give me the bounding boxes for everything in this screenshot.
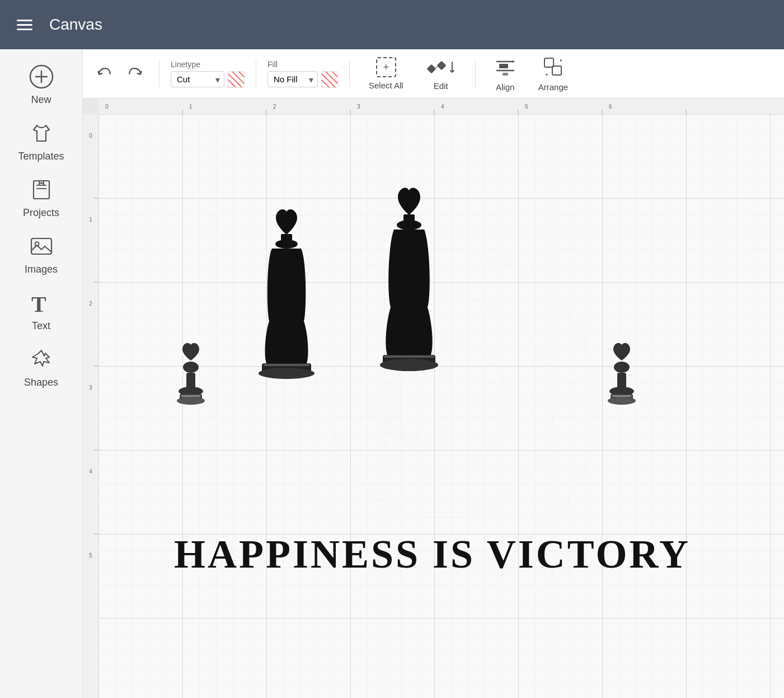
toolbar-sep-1 xyxy=(159,60,159,87)
fill-color-swatch[interactable] xyxy=(321,71,338,88)
toolbar: Linetype Cut Draw Score Perf Cut xyxy=(83,49,784,99)
select-all-button[interactable]: Select All xyxy=(361,54,411,93)
text-icon: T xyxy=(27,289,55,317)
svg-text:T: T xyxy=(31,292,46,316)
svg-rect-33 xyxy=(83,114,98,698)
svg-point-63 xyxy=(380,359,438,371)
new-icon xyxy=(27,63,55,91)
fill-section: Fill No Fill Color Print xyxy=(267,60,338,88)
svg-line-11 xyxy=(435,65,438,69)
sidebar-item-templates-label: Templates xyxy=(18,151,64,162)
chess-pieces-art: HAPPINESS IS VICTORY xyxy=(143,142,759,590)
linetype-label: Linetype xyxy=(171,60,245,69)
canvas-grid[interactable]: C xyxy=(98,114,784,698)
edit-label: Edit xyxy=(434,81,448,91)
svg-point-53 xyxy=(177,397,205,405)
svg-point-49 xyxy=(183,362,199,373)
align-label: Align xyxy=(496,82,514,92)
fill-label: Fill xyxy=(267,60,338,69)
main-content: Linetype Cut Draw Score Perf Cut xyxy=(83,49,784,698)
linetype-select-wrapper[interactable]: Cut Draw Score Perf Cut xyxy=(171,71,224,87)
linetype-color-swatch[interactable] xyxy=(228,71,245,88)
fill-select-wrapper[interactable]: No Fill Color Print xyxy=(267,71,318,87)
svg-point-61 xyxy=(397,220,421,230)
linetype-select[interactable]: Cut Draw Score Perf Cut xyxy=(171,71,224,87)
sidebar-item-text-label: Text xyxy=(32,320,50,332)
sidebar-item-text[interactable]: T Text xyxy=(8,282,75,336)
undo-button[interactable] xyxy=(92,62,116,86)
svg-rect-70 xyxy=(612,395,631,397)
templates-icon xyxy=(27,119,55,147)
app-title: Canvas xyxy=(49,16,102,34)
svg-text:3: 3 xyxy=(357,104,360,110)
redo-button[interactable] xyxy=(123,62,148,86)
sidebar-item-new-label: New xyxy=(31,94,51,106)
images-icon xyxy=(27,232,55,260)
svg-text:2: 2 xyxy=(89,301,92,307)
arrange-label: Arrange xyxy=(538,82,568,92)
main-layout: New Templates Projects xyxy=(0,49,784,698)
canvas-text: HAPPINESS IS VICTORY xyxy=(174,532,691,577)
svg-text:4: 4 xyxy=(89,469,92,475)
toolbar-sep-3 xyxy=(349,60,350,87)
svg-rect-6 xyxy=(31,238,51,254)
svg-rect-13 xyxy=(499,64,508,68)
svg-rect-59 xyxy=(264,364,309,366)
sidebar-item-projects[interactable]: Projects xyxy=(8,169,75,223)
svg-text:0: 0 xyxy=(89,133,92,139)
svg-rect-16 xyxy=(544,58,553,67)
ruler-horizontal: 0 1 2 3 4 5 6 xyxy=(98,99,784,114)
svg-text:1: 1 xyxy=(189,104,193,110)
sidebar-item-projects-label: Projects xyxy=(23,207,59,219)
svg-rect-9 xyxy=(426,64,436,74)
svg-text:2: 2 xyxy=(273,104,276,110)
svg-point-58 xyxy=(259,368,314,379)
select-all-icon xyxy=(376,57,396,77)
svg-text:5: 5 xyxy=(525,104,528,110)
sidebar-item-templates[interactable]: Templates xyxy=(8,113,75,167)
svg-rect-54 xyxy=(181,395,200,397)
svg-rect-10 xyxy=(436,61,446,71)
svg-rect-64 xyxy=(384,355,434,358)
svg-point-65 xyxy=(614,362,630,373)
sidebar-item-shapes-label: Shapes xyxy=(24,377,58,388)
shapes-icon xyxy=(27,345,55,373)
sidebar-item-shapes[interactable]: Shapes xyxy=(8,339,75,393)
linetype-control: Cut Draw Score Perf Cut xyxy=(171,71,245,88)
ruler-vertical: 0 1 2 3 4 5 xyxy=(83,114,98,698)
svg-point-69 xyxy=(608,397,636,405)
sidebar-item-images[interactable]: Images xyxy=(8,226,75,280)
fill-control: No Fill Color Print xyxy=(267,71,338,88)
svg-text:0: 0 xyxy=(105,104,109,110)
align-icon xyxy=(495,56,516,79)
arrange-button[interactable]: Arrange xyxy=(531,53,576,95)
arrange-icon xyxy=(542,56,564,79)
svg-text:5: 5 xyxy=(89,552,92,559)
sidebar-item-images-label: Images xyxy=(25,264,58,275)
sidebar: New Templates Projects xyxy=(0,49,83,698)
toolbar-sep-4 xyxy=(475,60,476,87)
svg-text:4: 4 xyxy=(441,104,444,110)
sidebar-item-new[interactable]: New xyxy=(8,56,75,110)
edit-button[interactable]: Edit xyxy=(418,53,464,94)
svg-text:1: 1 xyxy=(89,217,92,223)
svg-text:6: 6 xyxy=(609,104,612,110)
svg-point-56 xyxy=(275,240,298,249)
menu-button[interactable] xyxy=(13,16,36,34)
canvas-container[interactable]: 0 1 2 3 4 5 6 xyxy=(83,99,784,698)
svg-rect-3 xyxy=(34,181,49,199)
edit-icon xyxy=(426,57,456,78)
fill-select[interactable]: No Fill Color Print xyxy=(267,71,318,87)
hamburger-icon xyxy=(17,20,32,30)
projects-icon xyxy=(27,176,55,204)
app-header: Canvas xyxy=(0,0,784,49)
svg-text:3: 3 xyxy=(89,385,92,391)
svg-rect-15 xyxy=(503,73,508,76)
svg-rect-17 xyxy=(552,66,561,75)
select-all-label: Select All xyxy=(369,81,403,90)
toolbar-sep-2 xyxy=(256,60,256,87)
linetype-section: Linetype Cut Draw Score Perf Cut xyxy=(171,60,245,88)
align-button[interactable]: Align xyxy=(487,53,524,95)
